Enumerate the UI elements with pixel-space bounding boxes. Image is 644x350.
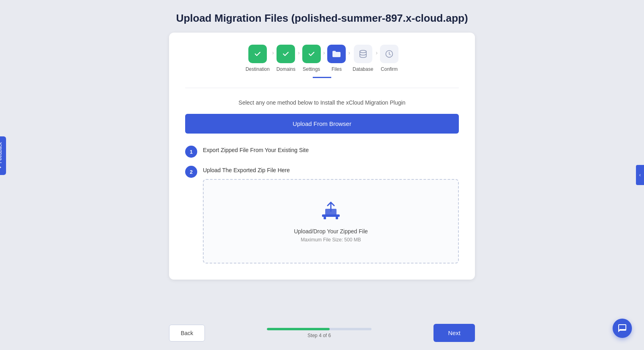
- feedback-label: Feedback: [0, 142, 3, 163]
- step-list-item-1: 1 Export Zipped File From Your Existing …: [185, 145, 459, 158]
- step-destination-label: Destination: [246, 66, 270, 72]
- back-button[interactable]: Back: [169, 325, 205, 342]
- drop-zone[interactable]: Upload/Drop Your Zipped File Maximum Fil…: [203, 179, 459, 264]
- step-badge-1: 1: [185, 146, 197, 158]
- step-confirm-label: Confirm: [381, 66, 398, 72]
- progress-label: Step 4 of 6: [308, 333, 331, 338]
- dropzone-main-text: Upload/Drop Your Zipped File: [294, 228, 368, 235]
- step-1-label: Export Zipped File From Your Existing Si…: [203, 145, 309, 153]
- progress-bar-fill: [267, 328, 330, 330]
- svg-point-0: [360, 50, 366, 53]
- star-icon: ✦: [0, 165, 3, 169]
- instruction-text: Select any one method below to Install t…: [239, 99, 406, 106]
- next-button[interactable]: Next: [433, 324, 475, 342]
- step-settings-icon: [302, 45, 321, 63]
- chevron-left-icon: ‹: [639, 172, 641, 178]
- content-area: Select any one method below to Install t…: [185, 99, 459, 264]
- svg-rect-5: [336, 217, 338, 219]
- step-confirm[interactable]: Confirm: [380, 45, 398, 72]
- step-progress: Step 4 of 6: [267, 328, 372, 338]
- step-domains-label: Domains: [277, 66, 295, 72]
- step-list-item-2: 2 Upload The Exported Zip File Here: [185, 165, 459, 264]
- main-card: Destination › Domains › Settings ›: [169, 33, 475, 280]
- dropzone-sub-text: Maximum File Size: 500 MB: [301, 237, 361, 243]
- step-database[interactable]: Database: [353, 45, 373, 72]
- step-destination-icon: [248, 45, 267, 63]
- chevron-5: ›: [376, 45, 378, 56]
- bottom-bar: Back Step 4 of 6 Next: [0, 316, 644, 350]
- upload-icon: [320, 200, 342, 222]
- step-destination[interactable]: Destination: [246, 45, 270, 72]
- step-database-icon: [354, 45, 372, 63]
- step-settings-label: Settings: [303, 66, 320, 72]
- steps-wizard: Destination › Domains › Settings ›: [185, 45, 459, 72]
- step-files-label: Files: [332, 66, 342, 72]
- step-confirm-icon: [380, 45, 398, 63]
- step-domains-icon: [277, 45, 295, 63]
- chevron-3: ›: [323, 45, 325, 56]
- step-badge-2: 2: [185, 166, 197, 178]
- step-settings[interactable]: Settings: [302, 45, 321, 72]
- step-database-label: Database: [353, 66, 373, 72]
- step-underline-container: [185, 77, 459, 78]
- step-list: 1 Export Zipped File From Your Existing …: [185, 145, 459, 264]
- svg-rect-4: [324, 217, 326, 219]
- step-files[interactable]: Files: [327, 45, 346, 72]
- step-2-label: Upload The Exported Zip File Here: [203, 165, 459, 173]
- feedback-button[interactable]: ✦ Feedback: [0, 136, 6, 175]
- chevron-2: ›: [298, 45, 300, 56]
- upload-browser-button[interactable]: Upload From Browser: [185, 114, 459, 134]
- side-panel-toggle[interactable]: ‹: [636, 165, 644, 185]
- divider: [185, 88, 459, 88]
- chat-bubble[interactable]: [613, 319, 632, 338]
- progress-bar-container: [267, 328, 372, 330]
- page-title: Upload Migration Files (polished-summer-…: [176, 12, 468, 25]
- chevron-4: ›: [348, 45, 350, 56]
- step-domains[interactable]: Domains: [277, 45, 295, 72]
- step-underline: [313, 77, 331, 78]
- chevron-1: ›: [272, 45, 274, 56]
- step-files-icon: [327, 45, 346, 63]
